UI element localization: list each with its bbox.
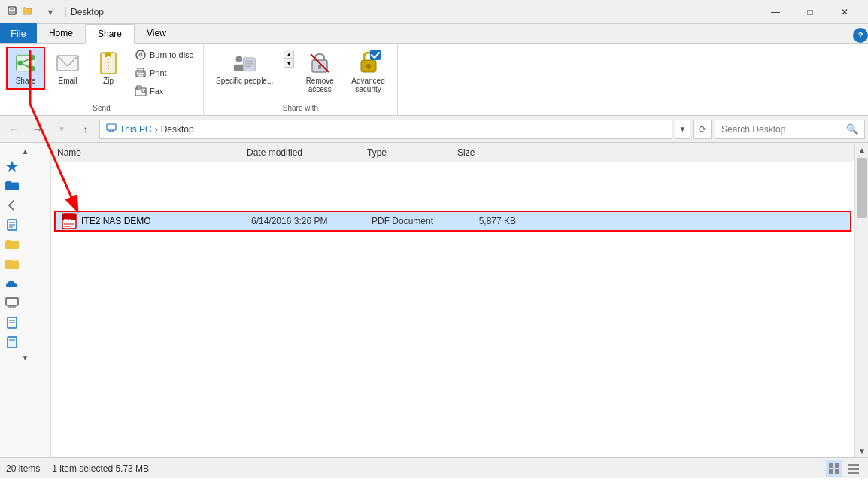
svg-rect-44 (6, 298, 18, 305)
scroll-down-btn[interactable]: ▼ (284, 59, 294, 68)
sidebar-item-7[interactable] (0, 293, 50, 313)
svg-rect-64 (848, 468, 859, 470)
sidebar-item-6[interactable] (0, 274, 50, 293)
advancedsecurity-button[interactable]: Advanced security (345, 47, 390, 98)
scrollbar-thumb[interactable] (857, 158, 867, 218)
sharewith-group-label: Share with (210, 104, 391, 115)
tab-view[interactable]: View (135, 23, 178, 43)
table-row[interactable]: PDF ITE2 NAS DEMO 6/14/2016 3:26 PM PDF … (54, 211, 851, 232)
list-view-btn[interactable] (845, 460, 862, 477)
left-arrow-icon (5, 198, 20, 213)
minimize-button[interactable]: — (758, 0, 793, 24)
forward-button[interactable]: → (27, 119, 48, 140)
burn-button[interactable]: Burn to disc (131, 47, 197, 63)
advanced-security-icon (357, 51, 381, 75)
right-scrollbar[interactable]: ▲ ▼ (854, 143, 868, 457)
email-label: Email (58, 77, 77, 85)
svg-rect-18 (138, 74, 144, 77)
title-bar-icons: ▼ (6, 5, 58, 20)
path-current[interactable]: Desktop (161, 124, 194, 135)
address-dropdown-btn[interactable]: ▼ (675, 120, 690, 139)
search-input[interactable] (721, 124, 843, 135)
maximize-button[interactable]: □ (793, 0, 827, 24)
up-button[interactable]: ↑ (75, 119, 96, 140)
details-view-btn[interactable] (826, 460, 842, 477)
zip-button[interactable]: Zip (90, 47, 126, 90)
file-list-container[interactable]: Name Date modified Type Size (51, 143, 854, 457)
svg-point-5 (29, 66, 35, 71)
svg-point-22 (236, 56, 243, 62)
sidebar-item-9[interactable] (0, 333, 50, 352)
ribbon: Share Email (0, 44, 868, 116)
sidebar: ▲ (0, 143, 51, 457)
removeaccess-label: Remove access (306, 77, 334, 93)
svg-rect-65 (848, 472, 859, 474)
advancedsecurity-label: Advanced security (351, 77, 384, 93)
col-date[interactable]: Date modified (247, 147, 367, 158)
sidebar-scroll-up[interactable]: ▲ (0, 146, 50, 156)
doc-blue2-icon (5, 315, 20, 330)
tab-home[interactable]: Home (37, 23, 85, 43)
sidebar-item-2[interactable] (0, 196, 50, 215)
down-arrow-icon[interactable]: ▼ (43, 5, 58, 20)
print-button[interactable]: Print (131, 65, 197, 81)
ribbon-group-sharewith-content: Specific people... ▲ ▼ (210, 47, 391, 104)
qa-separator (38, 5, 38, 15)
sidebar-item-1[interactable] (0, 176, 50, 196)
share-icon (14, 51, 38, 75)
sidebar-item-3[interactable] (0, 215, 50, 235)
file-name: ITE2 NAS DEMO (81, 216, 151, 226)
help-icon[interactable]: ? (853, 28, 868, 43)
ribbon-tabs: File Home Share View ? (0, 24, 868, 44)
specificpeople-button[interactable]: Specific people... (210, 47, 279, 90)
ribbon-small-group: Burn to disc Print (131, 47, 197, 99)
folder-blue-icon (5, 178, 20, 193)
email-button[interactable]: Email (50, 47, 86, 90)
fax-button[interactable]: Fax (131, 83, 197, 99)
address-path[interactable]: This PC › Desktop (99, 120, 672, 139)
path-thispc[interactable]: This PC (120, 124, 152, 135)
svg-rect-59 (829, 463, 833, 468)
burn-icon (135, 49, 147, 61)
svg-rect-63 (848, 464, 859, 466)
search-box[interactable]: 🔍 (715, 120, 865, 139)
ribbon-group-sharewith: Specific people... ▲ ▼ (204, 44, 398, 115)
folder-quick-icon[interactable] (21, 5, 33, 17)
col-name[interactable]: Name (51, 147, 247, 158)
print-icon (135, 67, 147, 79)
view-toggle (826, 460, 862, 477)
file-list-header: Name Date modified Type Size (51, 143, 854, 162)
tab-file[interactable]: File (0, 23, 37, 43)
cloud-icon (5, 276, 20, 291)
star-icon (5, 159, 20, 174)
file-size-cell: 5,877 KB (462, 216, 522, 226)
col-size[interactable]: Size (457, 147, 517, 158)
selected-info: 1 item selected 5.73 MB (52, 463, 149, 474)
scrollbar-down-btn[interactable]: ▼ (855, 444, 868, 457)
scrollbar-track[interactable] (855, 156, 868, 444)
close-button[interactable]: ✕ (827, 0, 862, 24)
tab-share[interactable]: Share (85, 24, 135, 44)
recent-locations-button[interactable]: ▼ (51, 119, 72, 140)
col-type[interactable]: Type (367, 147, 457, 158)
empty-space-top (51, 166, 854, 211)
removeaccess-button[interactable]: Remove access (299, 47, 341, 98)
sidebar-item-5[interactable] (0, 254, 50, 274)
file-date-cell: 6/14/2016 3:26 PM (251, 216, 372, 226)
file-name-cell: PDF ITE2 NAS DEMO (56, 214, 251, 229)
sidebar-item-8[interactable] (0, 313, 50, 333)
svg-rect-61 (829, 469, 833, 474)
sidebar-item-4[interactable] (0, 235, 50, 254)
sidebar-item-0[interactable] (0, 156, 50, 176)
refresh-btn[interactable]: ⟳ (693, 120, 712, 139)
share-button[interactable]: Share (6, 47, 45, 90)
scroll-up-btn[interactable]: ▲ (284, 50, 294, 59)
svg-rect-60 (835, 463, 839, 468)
save-quick-icon[interactable] (6, 5, 18, 17)
folder-yellow-icon (5, 237, 20, 252)
folder-yellow2-icon (5, 257, 20, 272)
scrollbar-up-btn[interactable]: ▲ (855, 143, 868, 156)
sidebar-scroll-down[interactable]: ▼ (0, 352, 50, 363)
zip-icon (96, 51, 120, 75)
back-button[interactable]: ← (3, 119, 24, 140)
